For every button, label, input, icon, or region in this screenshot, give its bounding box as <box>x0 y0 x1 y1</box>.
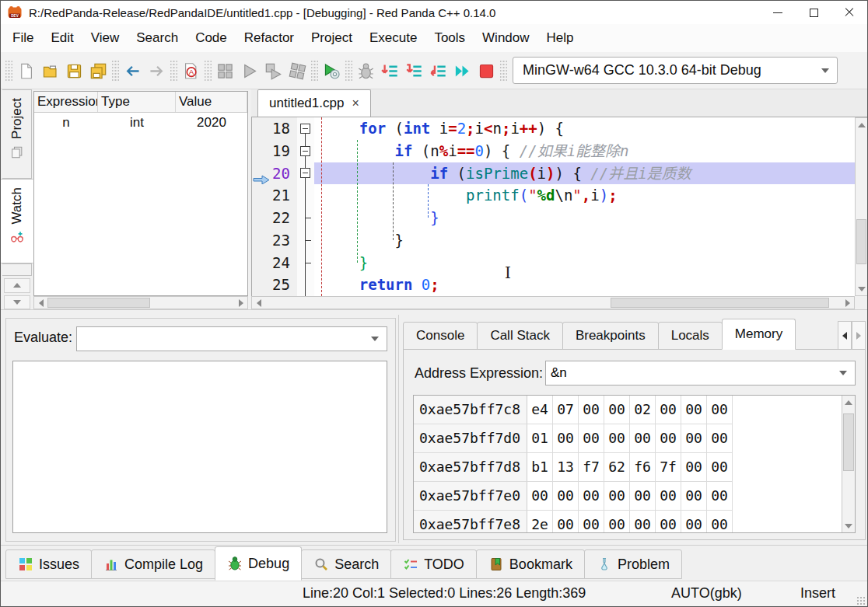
menu-refactor[interactable]: Refactor <box>236 24 303 52</box>
memory-address-cell[interactable]: 0xae57bff7d8 <box>414 453 527 482</box>
memory-byte-cell[interactable]: 00 <box>579 396 604 424</box>
tab-bookmark[interactable]: Bookmark <box>476 549 585 579</box>
menu-window[interactable]: Window <box>474 24 537 52</box>
memory-byte-cell[interactable]: f6 <box>630 453 656 482</box>
memory-byte-cell[interactable]: 7f <box>656 453 681 482</box>
memory-byte-cell[interactable]: 00 <box>707 453 733 482</box>
code-line-text[interactable]: } <box>314 229 855 252</box>
memory-byte-cell[interactable]: 00 <box>553 511 579 532</box>
evaluate-input[interactable] <box>77 327 371 351</box>
fold-gutter[interactable] <box>297 274 314 296</box>
line-number[interactable]: 21 <box>252 184 297 207</box>
scrollbar-thumb[interactable] <box>843 413 854 471</box>
address-expression-combobox[interactable] <box>545 361 856 385</box>
memory-byte-cell[interactable]: 00 <box>681 511 707 532</box>
scrollbar-thumb[interactable] <box>47 298 150 308</box>
memory-address-cell[interactable]: 0xae57bff7e8 <box>414 511 527 532</box>
memory-byte-cell[interactable]: 00 <box>681 453 707 482</box>
fold-gutter[interactable] <box>297 117 314 140</box>
close-button[interactable] <box>831 1 867 24</box>
run-button[interactable] <box>237 59 261 83</box>
line-number[interactable]: 22 <box>252 207 297 229</box>
scroll-right-button[interactable] <box>841 297 854 309</box>
memory-byte-cell[interactable]: 00 <box>630 511 656 532</box>
sidebar-tab-watch[interactable]: Watch <box>1 179 33 263</box>
memory-row[interactable]: 0xae57bff7d8b113f762f67f0000 <box>414 453 842 482</box>
minimize-button[interactable] <box>760 1 796 24</box>
fold-toggle-icon[interactable] <box>300 168 310 178</box>
tab-console[interactable]: Console <box>403 322 478 350</box>
sidebar-tab-stub[interactable] <box>2 263 32 276</box>
fold-gutter[interactable] <box>297 207 314 229</box>
memory-byte-cell[interactable]: 00 <box>681 396 707 424</box>
memory-row[interactable]: 0xae57bff7d00100000000000000 <box>414 424 842 453</box>
find-in-files-button[interactable]: A <box>179 59 203 83</box>
scroll-down-button[interactable] <box>842 519 855 532</box>
memory-byte-cell[interactable]: 00 <box>656 482 681 511</box>
step-over-button[interactable] <box>378 59 402 83</box>
line-number[interactable]: 19 <box>252 140 297 162</box>
debug-button[interactable] <box>354 59 378 83</box>
save-button[interactable] <box>62 59 86 83</box>
tab-todo[interactable]: TODO <box>390 549 477 579</box>
memory-byte-cell[interactable]: 00 <box>630 424 656 453</box>
memory-byte-cell[interactable]: 00 <box>707 424 733 453</box>
fold-gutter[interactable] <box>297 252 314 274</box>
code-editor[interactable]: 18 for (int i=2;i<n;i++) {19 if (n%i==0)… <box>251 117 855 296</box>
open-file-button[interactable] <box>38 59 62 83</box>
fold-gutter[interactable] <box>297 229 314 252</box>
memory-byte-cell[interactable]: 13 <box>553 453 579 482</box>
memory-byte-cell[interactable]: f7 <box>579 453 604 482</box>
memory-row[interactable]: 0xae57bff7e00000000000000000 <box>414 482 842 511</box>
code-line-text[interactable]: for (int i=2;i<n;i++) { <box>314 117 855 140</box>
memory-byte-cell[interactable]: 62 <box>604 453 630 482</box>
memory-byte-cell[interactable]: 00 <box>707 396 733 424</box>
code-line-text[interactable]: return 0; <box>314 274 855 296</box>
scroll-up-button[interactable] <box>856 118 867 131</box>
menu-help[interactable]: Help <box>538 24 583 52</box>
memory-byte-cell[interactable]: 00 <box>681 482 707 511</box>
code-line-text[interactable]: printf("%d\n",i); <box>314 184 855 207</box>
memory-address-cell[interactable]: 0xae57bff7c8 <box>414 396 527 424</box>
watch-column-header[interactable]: Expression <box>34 92 98 112</box>
watch-cell[interactable]: 2020 <box>176 113 247 134</box>
memory-row[interactable]: 0xae57bff7c8e407000002000000 <box>414 396 842 424</box>
watch-cell[interactable]: int <box>98 113 176 134</box>
run-parameters-button[interactable] <box>320 59 344 83</box>
memory-byte-cell[interactable]: 00 <box>681 424 707 453</box>
memory-byte-cell[interactable]: 00 <box>527 482 553 511</box>
evaluate-result-box[interactable] <box>12 361 387 533</box>
code-line[interactable]: 19 if (n%i==0) { //如果i能整除n <box>252 140 855 162</box>
sidebar-tab-project[interactable]: Project <box>2 89 32 179</box>
memory-byte-cell[interactable]: 00 <box>579 482 604 511</box>
watch-column-header[interactable]: Type <box>98 92 176 112</box>
fold-toggle-icon[interactable] <box>300 124 310 134</box>
memory-byte-cell[interactable]: 00 <box>656 511 681 532</box>
tab-issues[interactable]: Issues <box>5 549 92 579</box>
fold-gutter[interactable] <box>297 140 314 162</box>
watch-row[interactable]: nint2020 <box>34 113 247 134</box>
evaluate-combobox[interactable] <box>76 326 387 351</box>
memory-vertical-scrollbar[interactable] <box>842 396 855 532</box>
navigate-back-button[interactable] <box>121 59 145 83</box>
navigate-forward-button[interactable] <box>145 59 169 83</box>
save-all-button[interactable] <box>86 59 110 83</box>
scrollbar-track[interactable] <box>47 297 234 309</box>
scrollbar-track[interactable] <box>842 409 855 519</box>
memory-byte-cell[interactable]: 00 <box>630 482 656 511</box>
code-line[interactable]: 25 return 0; <box>252 274 855 296</box>
memory-byte-cell[interactable]: 00 <box>707 511 733 532</box>
compiler-set-select[interactable]: MinGW-w64 GCC 10.3.0 64-bit Debug <box>513 57 838 84</box>
title-bar[interactable]: DEV R:/RedPanda-Release/RedPandaIDE/unti… <box>1 1 867 24</box>
code-line[interactable]: 22 } <box>252 207 855 229</box>
memory-byte-cell[interactable]: 07 <box>553 396 579 424</box>
new-file-button[interactable] <box>14 59 38 83</box>
scroll-left-button[interactable] <box>34 297 47 309</box>
code-line-text[interactable]: if (isPrime(i)) { //并且i是质数 <box>314 162 855 185</box>
memory-row[interactable]: 0xae57bff7e82e00000000000000 <box>414 511 842 532</box>
memory-byte-cell[interactable]: 00 <box>604 424 630 453</box>
address-expression-input[interactable] <box>546 361 839 385</box>
code-line-text[interactable]: } <box>314 252 855 274</box>
tab-problem[interactable]: Problem <box>584 549 682 579</box>
memory-byte-cell[interactable]: 00 <box>604 511 630 532</box>
